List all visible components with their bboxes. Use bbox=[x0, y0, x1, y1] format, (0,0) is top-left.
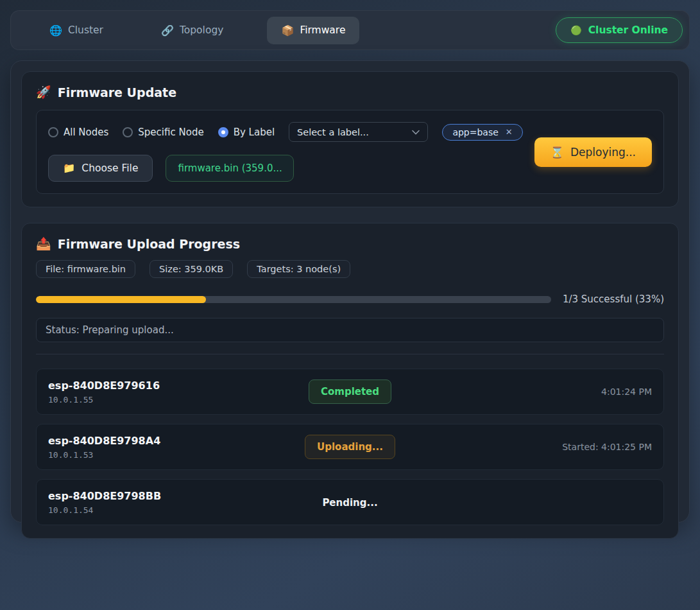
nav-item-cluster[interactable]: 🌐 Cluster bbox=[35, 17, 117, 44]
radio-all-nodes-input[interactable] bbox=[48, 127, 58, 137]
file-size-chip: Size: 359.0KB bbox=[149, 260, 233, 278]
node-timestamp: 4:01:24 PM bbox=[601, 387, 652, 397]
outbox-tray-icon: 📤 bbox=[36, 236, 51, 251]
radio-specific-node[interactable]: Specific Node bbox=[123, 126, 203, 138]
cluster-online-label: Cluster Online bbox=[588, 24, 668, 36]
nav-item-label: Cluster bbox=[68, 24, 103, 36]
file-row: 📁 Choose File firmware.bin (359.0... bbox=[48, 155, 523, 182]
node-row-1: esp-840D8E979616 10.0.1.55 Completed 4:0… bbox=[36, 369, 664, 415]
upload-progress-title: 📤 Firmware Upload Progress bbox=[36, 236, 664, 251]
status-badge-completed: Completed bbox=[309, 379, 391, 404]
node-row-2: esp-840D8E9798A4 10.0.1.53 Uploading... … bbox=[36, 424, 664, 470]
progress-bar bbox=[36, 296, 551, 303]
top-nav: 🌐 Cluster 🔗 Topology 📦 Firmware 🟢 Cluste… bbox=[10, 10, 690, 50]
label-chip-text: app=base bbox=[452, 127, 498, 137]
panel-title-text: Firmware Update bbox=[58, 85, 176, 100]
green-dot-icon: 🟢 bbox=[570, 25, 581, 35]
deploy-button-label: Deploying... bbox=[570, 146, 636, 159]
firmware-update-panel: 🚀 Firmware Update All Nodes Specific Nod… bbox=[21, 71, 679, 207]
file-name-chip: File: firmware.bin bbox=[36, 260, 135, 278]
deploy-button[interactable]: ⌛ Deploying... bbox=[534, 137, 652, 167]
package-icon: 📦 bbox=[281, 24, 294, 37]
firmware-update-title: 🚀 Firmware Update bbox=[36, 85, 664, 100]
node-status: Completed bbox=[309, 379, 391, 404]
nav-item-topology[interactable]: 🔗 Topology bbox=[147, 17, 237, 44]
folder-icon: 📁 bbox=[63, 162, 75, 174]
radio-by-label-input[interactable] bbox=[218, 127, 228, 137]
node-status: Uploading... bbox=[305, 435, 395, 459]
nav-item-label: Firmware bbox=[300, 24, 345, 36]
label-chip-app-base[interactable]: app=base ✕ bbox=[442, 124, 522, 141]
node-info: esp-840D8E9798A4 10.0.1.53 bbox=[48, 435, 305, 460]
selected-file-name: firmware.bin (359.0... bbox=[166, 155, 294, 182]
panel-title-text: Firmware Upload Progress bbox=[58, 237, 240, 251]
radio-label: By Label bbox=[234, 126, 275, 138]
node-name: esp-840D8E9798A4 bbox=[48, 435, 305, 447]
status-badge-uploading: Uploading... bbox=[305, 435, 395, 459]
radio-label: All Nodes bbox=[64, 126, 108, 138]
node-timestamp: Started: 4:01:25 PM bbox=[562, 442, 652, 452]
node-name: esp-840D8E9798BB bbox=[48, 490, 322, 502]
progress-label: 1/3 Successful (33%) bbox=[563, 293, 664, 305]
divider bbox=[36, 354, 664, 354]
firmware-update-form: All Nodes Specific Node By Label Select … bbox=[36, 110, 664, 194]
main-container: 🚀 Firmware Update All Nodes Specific Nod… bbox=[10, 60, 690, 523]
label-select-placeholder: Select a label... bbox=[297, 127, 369, 137]
upload-meta-row: File: firmware.bin Size: 359.0KB Targets… bbox=[36, 260, 664, 278]
cluster-online-badge: 🟢 Cluster Online bbox=[556, 17, 683, 43]
node-list: esp-840D8E979616 10.0.1.55 Completed 4:0… bbox=[36, 369, 664, 525]
node-name: esp-840D8E979616 bbox=[48, 379, 309, 392]
choose-file-label: Choose File bbox=[81, 162, 138, 174]
rocket-icon: 🚀 bbox=[36, 85, 51, 100]
label-select-dropdown[interactable]: Select a label... bbox=[289, 122, 428, 142]
status-text-box: Status: Preparing upload... bbox=[36, 318, 664, 342]
node-info: esp-840D8E979616 10.0.1.55 bbox=[48, 379, 309, 405]
radio-by-label[interactable]: By Label bbox=[218, 126, 275, 138]
status-text-pending: Pending... bbox=[322, 497, 377, 509]
progress-bar-fill bbox=[36, 296, 206, 303]
nav-item-label: Topology bbox=[180, 24, 223, 36]
target-options-row: All Nodes Specific Node By Label Select … bbox=[48, 122, 523, 142]
progress-row: 1/3 Successful (33%) bbox=[36, 293, 664, 305]
node-row-3: esp-840D8E9798BB 10.0.1.54 Pending... bbox=[36, 479, 664, 525]
node-ip: 10.0.1.53 bbox=[48, 450, 305, 460]
targets-chip: Targets: 3 node(s) bbox=[247, 260, 350, 278]
node-ip: 10.0.1.55 bbox=[48, 395, 309, 405]
choose-file-button[interactable]: 📁 Choose File bbox=[48, 155, 153, 182]
radio-all-nodes[interactable]: All Nodes bbox=[48, 126, 108, 138]
form-controls: All Nodes Specific Node By Label Select … bbox=[48, 122, 523, 182]
radio-label: Specific Node bbox=[138, 126, 203, 138]
link-icon: 🔗 bbox=[161, 24, 174, 37]
node-status: Pending... bbox=[322, 496, 377, 509]
node-ip: 10.0.1.54 bbox=[48, 505, 322, 515]
close-icon[interactable]: ✕ bbox=[506, 127, 513, 137]
chevron-down-icon bbox=[412, 130, 420, 135]
upload-progress-panel: 📤 Firmware Upload Progress File: firmwar… bbox=[21, 223, 679, 539]
radio-specific-node-input[interactable] bbox=[123, 127, 133, 137]
globe-icon: 🌐 bbox=[49, 24, 62, 37]
page: 🌐 Cluster 🔗 Topology 📦 Firmware 🟢 Cluste… bbox=[0, 10, 700, 610]
node-info: esp-840D8E9798BB 10.0.1.54 bbox=[48, 490, 322, 515]
nav-item-firmware[interactable]: 📦 Firmware bbox=[267, 17, 359, 44]
hourglass-icon: ⌛ bbox=[551, 146, 564, 159]
